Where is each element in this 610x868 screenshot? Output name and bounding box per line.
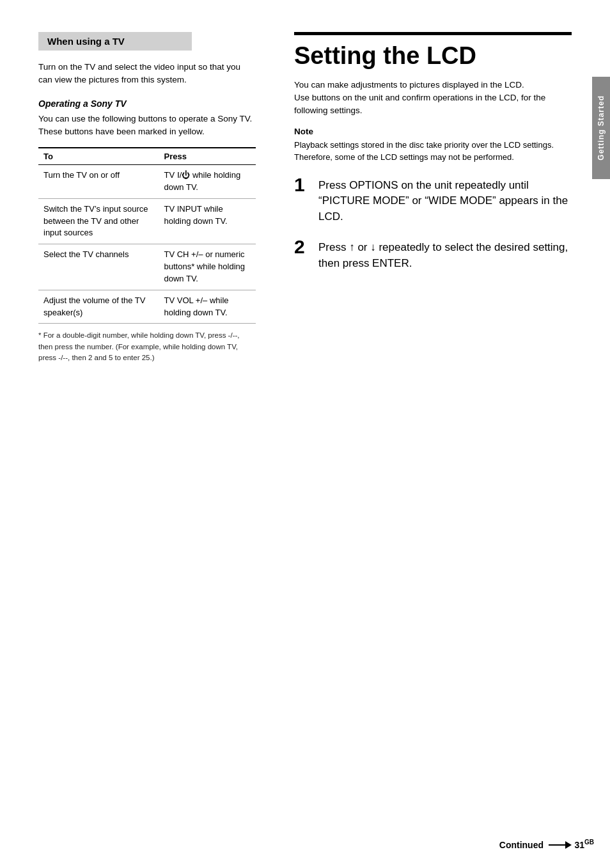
step-item: 1Press OPTIONS on the unit repeatedly un… bbox=[294, 175, 572, 225]
step-item: 2Press ↑ or ↓ repeatedly to select the d… bbox=[294, 237, 572, 271]
when-using-heading: When using a TV bbox=[47, 36, 183, 47]
table-cell-to: Adjust the volume of the TV speaker(s) bbox=[38, 290, 159, 324]
table-footnote: * For a double-digit number, while holdi… bbox=[38, 330, 256, 363]
steps-list: 1Press OPTIONS on the unit repeatedly un… bbox=[294, 175, 572, 272]
table-row: Switch the TV’s input source between the… bbox=[38, 198, 256, 244]
page-number-suffix: GB bbox=[584, 839, 594, 846]
main-title: Setting the LCD bbox=[294, 43, 572, 70]
table-cell-press: TV INPUT while holding down TV. bbox=[159, 198, 256, 244]
table-cell-to: Switch the TV’s input source between the… bbox=[38, 198, 159, 244]
step-text: Press OPTIONS on the unit repeatedly unt… bbox=[318, 175, 572, 225]
table-cell-press: TV CH +/– or numeric buttons* while hold… bbox=[159, 244, 256, 290]
note-text: Playback settings stored in the disc tak… bbox=[294, 139, 572, 164]
continued-arrow-icon bbox=[549, 840, 572, 849]
operating-heading: Operating a Sony TV bbox=[38, 99, 256, 109]
main-intro: You can make adjustments to pictures dis… bbox=[294, 79, 572, 118]
operating-subtext: You can use the following buttons to ope… bbox=[38, 113, 256, 139]
step-number: 2 bbox=[294, 237, 312, 256]
continued-footer: Continued bbox=[499, 840, 572, 850]
table-cell-to: Select the TV channels bbox=[38, 244, 159, 290]
table-col1-header: To bbox=[38, 148, 159, 165]
step-number: 1 bbox=[294, 175, 312, 194]
table-row: Adjust the volume of the TV speaker(s)TV… bbox=[38, 290, 256, 324]
top-rule bbox=[294, 32, 572, 35]
note-label: Note bbox=[294, 127, 572, 136]
table-cell-to: Turn the TV on or off bbox=[38, 165, 159, 199]
table-row: Select the TV channelsTV CH +/– or numer… bbox=[38, 244, 256, 290]
step-text: Press ↑ or ↓ repeatedly to select the de… bbox=[318, 237, 572, 271]
right-column: Setting the LCD You can make adjustments… bbox=[275, 19, 610, 849]
page-number-value: 31 bbox=[574, 840, 584, 850]
left-column: When using a TV Turn on the TV and selec… bbox=[0, 19, 275, 849]
note-section: Note Playback settings stored in the dis… bbox=[294, 127, 572, 164]
page-container: When using a TV Turn on the TV and selec… bbox=[0, 0, 610, 868]
when-using-box: When using a TV bbox=[38, 32, 192, 51]
table-cell-press: TV VOL +/– while holding down TV. bbox=[159, 290, 256, 324]
sidebar-tab: Getting Started bbox=[592, 77, 610, 179]
table-cell-press: TV Ⅰ/⏻ while holding down TV. bbox=[159, 165, 256, 199]
table-row: Turn the TV on or offTV Ⅰ/⏻ while holdin… bbox=[38, 165, 256, 199]
sidebar-tab-label: Getting Started bbox=[597, 95, 606, 161]
table-col2-header: Press bbox=[159, 148, 256, 165]
page-number: 31GB bbox=[574, 839, 594, 850]
tv-control-table: To Press Turn the TV on or offTV Ⅰ/⏻ whi… bbox=[38, 147, 256, 324]
intro-text: Turn on the TV and select the video inpu… bbox=[38, 61, 256, 87]
continued-label: Continued bbox=[499, 840, 544, 850]
